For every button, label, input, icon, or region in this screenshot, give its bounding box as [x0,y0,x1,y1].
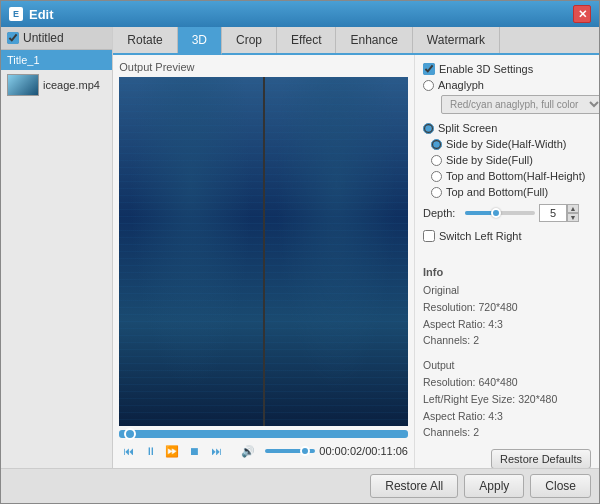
stop-button[interactable]: ⏹ [185,442,203,460]
depth-spinner: 5 ▲ ▼ [539,204,579,222]
volume-button[interactable]: 🔊 [239,442,257,460]
wave-lines-left [119,77,262,426]
depth-handle[interactable] [491,208,501,218]
scrubber-bar[interactable] [119,430,408,438]
restore-all-button[interactable]: Restore All [370,474,458,498]
info-output-label: Output [423,357,591,374]
preview-label: Output Preview [119,61,408,73]
radio-top-half-label: Top and Bottom(Half-Height) [446,170,585,182]
depth-up-button[interactable]: ▲ [567,204,579,213]
wave-lines-right [265,77,408,426]
depth-label: Depth: [423,207,461,219]
tab-bar: Rotate 3D Crop Effect Enhance Watermark [113,27,599,55]
fast-forward-button[interactable]: ⏩ [163,442,181,460]
info-original-channels: Channels: 2 [423,332,591,349]
play-pause-button[interactable]: ⏸ [141,442,159,460]
tab-enhance[interactable]: Enhance [336,27,412,53]
body-split: Output Preview [113,55,599,468]
switch-lr-checkbox[interactable] [423,230,435,242]
radio-side-full-input[interactable] [431,155,442,166]
radio-side-half: Side by Side(Half-Width) [423,138,591,150]
title-bar: E Edit ✕ [1,1,599,27]
tab-crop[interactable]: Crop [222,27,277,53]
enable-3d-label: Enable 3D Settings [439,63,533,75]
bottom-bar: Restore All Apply Close [1,468,599,503]
enable-3d-checkbox[interactable] [423,63,435,75]
time-display: 00:00:02/00:11:06 [319,445,408,457]
radio-side-full-label: Side by Side(Full) [446,154,533,166]
skip-back-button[interactable]: ⏮ [119,442,137,460]
anaglyph-label: Anaglyph [438,79,484,91]
sidebar-filename: iceage.mp4 [43,79,100,91]
radio-top-full: Top and Bottom(Full) [423,186,591,198]
depth-spinner-buttons: ▲ ▼ [567,204,579,222]
depth-row: Depth: 5 ▲ ▼ [423,204,591,222]
edit-window: E Edit ✕ Untitled Title_1 iceage.mp4 Rot… [0,0,600,504]
anaglyph-dropdown[interactable]: Red/cyan anaglyph, full color [441,95,599,114]
close-button[interactable]: Close [530,474,591,498]
window-title: Edit [29,7,54,22]
video-right [265,77,408,426]
tab-watermark[interactable]: Watermark [413,27,500,53]
enable-3d-row: Enable 3D Settings [423,63,591,75]
sidebar-item-file[interactable]: iceage.mp4 [1,70,112,100]
sidebar-item-title1[interactable]: Title_1 [1,50,112,70]
radio-side-half-input[interactable] [431,139,442,150]
apply-button[interactable]: Apply [464,474,524,498]
file-thumbnail [7,74,39,96]
video-left [119,77,264,426]
split-screen-row: Split Screen [423,122,591,134]
tab-rotate[interactable]: Rotate [113,27,177,53]
sidebar-header: Untitled [1,27,112,50]
radio-top-full-label: Top and Bottom(Full) [446,186,548,198]
anaglyph-dropdown-wrapper: Red/cyan anaglyph, full color [423,95,591,114]
untitled-checkbox[interactable] [7,32,19,44]
info-output-channels: Channels: 2 [423,424,591,441]
info-title: Info [423,266,591,278]
sidebar: Untitled Title_1 iceage.mp4 [1,27,113,468]
settings-panel: Enable 3D Settings Anaglyph Red/cyan ana… [414,55,599,468]
controls-bar: ⏮ ⏸ ⏩ ⏹ ⏭ 🔊 00:00:02/00:11:06 [119,440,408,462]
info-original-aspect: Aspect Ratio: 4:3 [423,316,591,333]
skip-end-button[interactable]: ⏭ [207,442,225,460]
radio-side-full: Side by Side(Full) [423,154,591,166]
radio-top-half-input[interactable] [431,171,442,182]
split-screen-radio[interactable] [423,123,434,134]
info-output-lr-size: Left/Right Eye Size: 320*480 [423,391,591,408]
preview-area: Output Preview [113,55,414,468]
title-bar-left: E Edit [9,7,54,22]
info-original-label: Original [423,282,591,299]
volume-handle[interactable] [300,446,310,456]
info-original-resolution: Resolution: 720*480 [423,299,591,316]
split-screen-label: Split Screen [438,122,497,134]
main-content: Untitled Title_1 iceage.mp4 Rotate 3D Cr… [1,27,599,468]
info-output-resolution: Resolution: 640*480 [423,374,591,391]
volume-slider[interactable] [265,449,315,453]
info-output-aspect: Aspect Ratio: 4:3 [423,408,591,425]
info-section: Info Original Resolution: 720*480 Aspect… [423,266,591,441]
scrubber-handle[interactable] [124,428,136,440]
radio-side-half-label: Side by Side(Half-Width) [446,138,566,150]
tab-effect[interactable]: Effect [277,27,336,53]
anaglyph-radio[interactable] [423,80,434,91]
sidebar-header-label: Untitled [23,31,64,45]
anaglyph-row: Anaglyph [423,79,591,91]
app-icon: E [9,7,23,21]
switch-lr-label: Switch Left Right [439,230,522,242]
depth-down-button[interactable]: ▼ [567,213,579,222]
switch-lr-row: Switch Left Right [423,230,591,242]
close-window-button[interactable]: ✕ [573,5,591,23]
radio-top-half: Top and Bottom(Half-Height) [423,170,591,182]
video-preview [119,77,408,426]
right-area: Rotate 3D Crop Effect Enhance Watermark … [113,27,599,468]
restore-defaults-button[interactable]: Restore Defaults [491,449,591,468]
tab-3d[interactable]: 3D [178,27,222,55]
depth-slider[interactable] [465,211,535,215]
radio-top-full-input[interactable] [431,187,442,198]
depth-value: 5 [539,204,567,222]
